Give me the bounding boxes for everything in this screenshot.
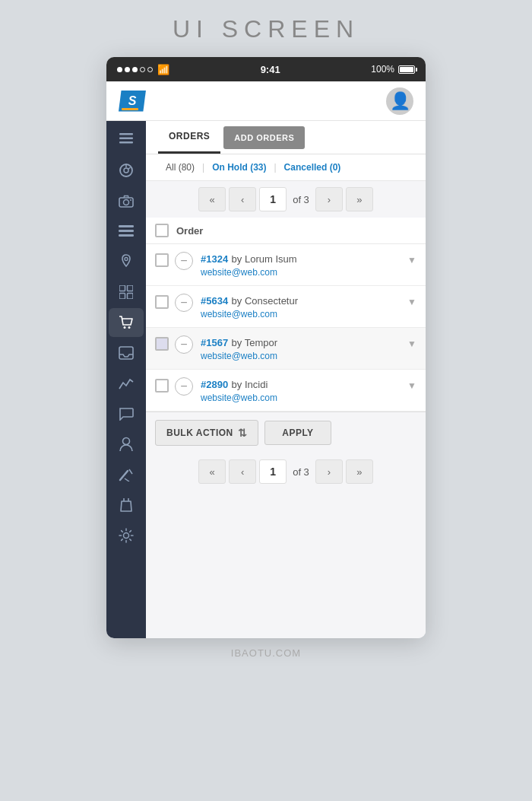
sidebar-item-settings[interactable]	[109, 521, 144, 550]
page-current-btn-bottom[interactable]: 1	[259, 459, 287, 484]
sidebar-item-cart[interactable]	[109, 308, 144, 337]
wifi-icon: 📶	[157, 64, 169, 75]
order-row-title: #2890 by Incidi	[201, 377, 401, 391]
main-layout: ORDERS ADD ORDERS All (80) | On Hold (33…	[106, 121, 426, 638]
tab-orders[interactable]: ORDERS	[158, 121, 220, 154]
order-row: − #5634 by Consectetur website@web.com ▼	[146, 286, 426, 328]
order-email: website@web.com	[201, 393, 401, 403]
order-expand-icon[interactable]: ▼	[407, 339, 416, 349]
svg-rect-16	[119, 294, 125, 300]
order-number: #2890	[201, 379, 228, 390]
order-minus-button[interactable]: −	[175, 294, 193, 312]
order-by: by Lorum Isum	[232, 253, 297, 265]
svg-point-21	[123, 438, 130, 445]
avatar-button[interactable]: 👤	[386, 87, 413, 115]
svg-point-13	[125, 258, 128, 261]
page-title: UI SCREEN	[173, 15, 359, 43]
order-rows-container: − #1324 by Lorum Isum website@web.com ▼ …	[146, 244, 426, 412]
page-first-btn-bottom[interactable]: «	[198, 459, 226, 484]
header-checkbox[interactable]	[155, 224, 169, 237]
page-of-label-bottom: of 3	[290, 466, 312, 478]
page-prev-btn-bottom[interactable]: ‹	[229, 459, 256, 484]
page-next-btn-bottom[interactable]: ›	[315, 459, 343, 484]
order-row: − #1567 by Tempor website@web.com ▼	[146, 328, 426, 370]
sidebar-item-pin[interactable]	[109, 247, 144, 276]
avatar-icon: 👤	[390, 91, 410, 111]
order-minus-button[interactable]: −	[175, 377, 193, 396]
svg-rect-15	[128, 285, 134, 291]
tab-add-orders[interactable]: ADD ORDERS	[223, 126, 305, 149]
sidebar-item-user[interactable]	[109, 430, 144, 459]
pagination-top: « ‹ 1 of 3 › »	[146, 181, 426, 218]
page-of-label: of 3	[290, 194, 312, 205]
order-row: − #2890 by Incidi website@web.com ▼	[146, 370, 426, 412]
sidebar-item-camera[interactable]	[109, 186, 144, 215]
bulk-action-label: BULK ACTION	[166, 428, 233, 438]
order-number: #1567	[201, 337, 228, 348]
order-minus-button[interactable]: −	[175, 335, 193, 354]
order-row-title: #5634 by Consectetur	[201, 294, 401, 307]
order-checkbox[interactable]	[155, 337, 169, 351]
svg-rect-17	[128, 294, 134, 300]
content-area: ORDERS ADD ORDERS All (80) | On Hold (33…	[146, 121, 426, 638]
page-last-btn[interactable]: »	[346, 187, 373, 211]
order-row: − #1324 by Lorum Isum website@web.com ▼	[146, 244, 426, 286]
order-list-header: Order	[146, 218, 426, 244]
filter-cancelled[interactable]: Cancelled (0)	[277, 159, 349, 176]
apply-button[interactable]: APPLY	[264, 421, 331, 445]
order-expand-icon[interactable]: ▼	[407, 255, 416, 265]
filter-all[interactable]: All (80)	[158, 159, 202, 176]
svg-line-23	[129, 469, 132, 474]
svg-point-8	[124, 199, 129, 205]
order-row-title: #1567 by Tempor	[201, 335, 401, 349]
order-by: by Tempor	[232, 337, 277, 348]
order-by: by Consectetur	[232, 295, 298, 307]
svg-point-25	[124, 533, 129, 539]
svg-rect-2	[119, 141, 133, 144]
order-minus-button[interactable]: −	[175, 252, 193, 270]
page-prev-btn[interactable]: ‹	[229, 187, 256, 211]
sidebar-menu-button[interactable]	[106, 126, 146, 151]
page-first-btn[interactable]: «	[198, 187, 226, 211]
battery-icon	[398, 65, 415, 74]
page-next-btn[interactable]: ›	[315, 187, 343, 211]
order-info: #1567 by Tempor website@web.com	[201, 335, 401, 361]
sidebar-item-dashboard[interactable]	[109, 156, 144, 185]
page-wrapper: UI SCREEN 📶 9:41 100%	[0, 0, 532, 801]
sidebar-item-chat[interactable]	[109, 399, 144, 428]
svg-rect-1	[119, 138, 133, 140]
status-right: 100%	[371, 64, 415, 75]
order-expand-icon[interactable]: ▼	[407, 297, 416, 307]
sidebar-item-list[interactable]	[109, 217, 144, 246]
order-checkbox[interactable]	[155, 295, 169, 309]
order-checkbox[interactable]	[155, 253, 169, 267]
sidebar-item-inbox[interactable]	[109, 339, 144, 367]
order-email: website@web.com	[201, 309, 401, 319]
sidebar-item-chart[interactable]	[109, 369, 144, 398]
order-checkbox[interactable]	[155, 379, 169, 393]
page-current-btn[interactable]: 1	[259, 187, 287, 211]
bulk-arrows-icon: ⇅	[238, 427, 248, 439]
phone-frame: 📶 9:41 100% S 👤	[106, 57, 426, 638]
svg-rect-14	[119, 285, 125, 291]
order-number: #1324	[201, 253, 228, 265]
order-info: #5634 by Consectetur website@web.com	[201, 294, 401, 319]
sidebar-item-grid[interactable]	[109, 278, 144, 307]
svg-point-9	[130, 199, 131, 201]
svg-line-24	[125, 478, 129, 482]
tab-bar: ORDERS ADD ORDERS	[146, 121, 426, 154]
bulk-action-button[interactable]: BULK ACTION ⇅	[155, 420, 258, 446]
filter-on-hold[interactable]: On Hold (33)	[204, 159, 274, 176]
order-info: #2890 by Incidi website@web.com	[201, 377, 401, 403]
order-info: #1324 by Lorum Isum website@web.com	[201, 252, 401, 278]
status-bar: 📶 9:41 100%	[106, 57, 426, 81]
page-last-btn-bottom[interactable]: »	[346, 459, 373, 484]
status-left: 📶	[117, 64, 169, 75]
sidebar-item-plugin[interactable]	[109, 491, 144, 520]
order-email: website@web.com	[201, 267, 401, 278]
sidebar-item-tools[interactable]	[109, 460, 144, 489]
order-expand-icon[interactable]: ▼	[407, 380, 416, 391]
order-column-header: Order	[176, 225, 203, 237]
order-row-title: #1324 by Lorum Isum	[201, 252, 401, 265]
order-list: Order − #1324 by Lorum Isum website@web.…	[146, 218, 426, 412]
